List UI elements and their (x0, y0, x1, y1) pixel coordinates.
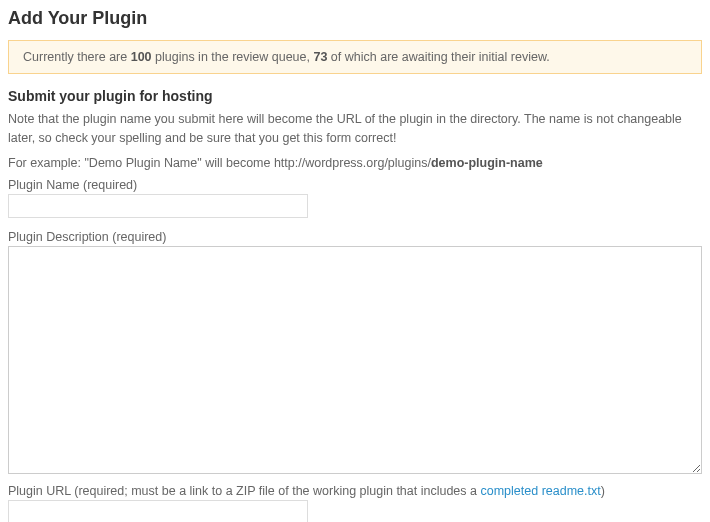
plugin-url-input[interactable] (8, 500, 308, 522)
readme-link[interactable]: completed readme.txt (480, 484, 600, 498)
plugin-url-label-suffix: ) (601, 484, 605, 498)
notice-total-count: 100 (131, 50, 152, 64)
section-example: For example: "Demo Plugin Name" will bec… (8, 154, 702, 173)
plugin-name-input[interactable] (8, 194, 308, 218)
example-slug: demo-plugin-name (431, 156, 543, 170)
plugin-url-label: Plugin URL (required; must be a link to … (8, 484, 702, 498)
section-note: Note that the plugin name you submit her… (8, 110, 702, 149)
notice-text-prefix: Currently there are (23, 50, 131, 64)
example-prefix: For example: "Demo Plugin Name" will bec… (8, 156, 431, 170)
queue-notice: Currently there are 100 plugins in the r… (8, 40, 702, 74)
plugin-description-input[interactable] (8, 246, 702, 474)
plugin-name-label: Plugin Name (required) (8, 178, 702, 192)
notice-text-suffix: of which are awaiting their initial revi… (327, 50, 549, 64)
notice-text-mid: plugins in the review queue, (152, 50, 314, 64)
plugin-url-label-prefix: Plugin URL (required; must be a link to … (8, 484, 480, 498)
section-heading: Submit your plugin for hosting (8, 88, 702, 104)
page-title: Add Your Plugin (8, 8, 702, 29)
notice-awaiting-count: 73 (313, 50, 327, 64)
plugin-description-label: Plugin Description (required) (8, 230, 702, 244)
